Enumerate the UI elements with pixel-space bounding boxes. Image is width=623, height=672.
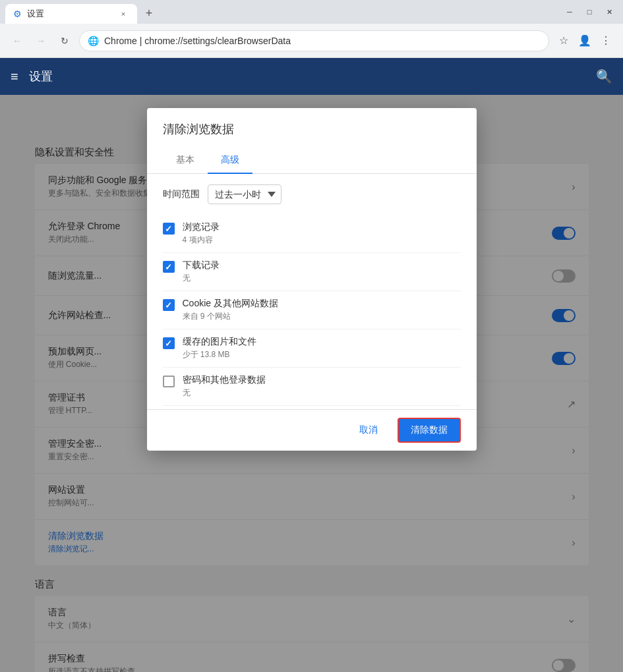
checkbox-item-cookies[interactable]: ✓ Cookie 及其他网站数据 来自 9 个网站 [163,291,461,329]
window-controls: ─ □ ✕ [561,5,618,18]
checkbox-passwords[interactable] [163,376,175,387]
dialog-overlay: 清除浏览数据 基本 高级 时间范围 过去一小时 过去24小时 过去7天 过 [0,95,623,672]
restore-button[interactable]: □ [581,5,598,18]
dialog-footer: 取消 清除数据 [147,409,477,451]
cancel-button[interactable]: 取消 [347,418,390,443]
address-bar: ← → ↻ 🌐 Chrome | chrome://settings/clear… [0,24,623,58]
cb-title: 下载记录 [183,260,461,271]
checkbox-item-downloads[interactable]: ✓ 下载记录 无 [163,253,461,291]
browser-tab[interactable]: ⚙ 设置 × [5,4,137,24]
close-button[interactable]: ✕ [601,5,618,18]
reload-button[interactable]: ↻ [55,32,74,50]
bar-actions: ☆ 👤 ⋮ [554,32,615,50]
minimize-button[interactable]: ─ [561,5,578,18]
cb-desc: 4 项内容 [183,235,461,246]
checkbox-downloads[interactable]: ✓ [163,261,175,273]
clear-data-button[interactable]: 清除数据 [398,418,461,443]
tab-close-button[interactable]: × [117,8,129,20]
checkbox-cache[interactable]: ✓ [163,337,175,349]
checkbox-item-cache[interactable]: ✓ 缓存的图片和文件 少于 13.8 MB [163,329,461,368]
forward-button[interactable]: → [32,32,50,50]
tab-advanced[interactable]: 高级 [208,148,252,174]
browser-window: ⚙ 设置 × + ─ □ ✕ ← → ↻ 🌐 Chrome | chrome:/… [0,0,623,672]
clear-browser-data-dialog: 清除浏览数据 基本 高级 时间范围 过去一小时 过去24小时 过去7天 过 [147,108,477,451]
checkmark-icon: ✓ [165,339,172,349]
bookmark-button[interactable]: ☆ [554,32,573,50]
url-bar[interactable]: 🌐 Chrome | chrome://settings/clearBrowse… [79,30,549,51]
time-range-select[interactable]: 过去一小时 过去24小时 过去7天 过去4周 全部时间 [208,184,282,204]
tab-title: 设置 [27,8,44,20]
checkbox-item-passwords[interactable]: 密码和其他登录数据 无 [163,368,461,406]
profile-button[interactable]: 👤 [576,32,594,50]
back-button[interactable]: ← [8,32,26,50]
checkbox-item-browsing[interactable]: ✓ 浏览记录 4 项内容 [163,215,461,253]
cb-desc: 无 [183,273,461,284]
checkbox-browsing[interactable]: ✓ [163,223,175,235]
checkmark-icon: ✓ [165,262,172,272]
cb-desc: 无 [183,387,461,399]
secure-icon: 🌐 [88,36,99,46]
cb-title: 缓存的图片和文件 [183,336,461,348]
time-range-label: 时间范围 [163,188,200,200]
title-bar: ⚙ 设置 × + ─ □ ✕ [0,0,623,24]
checkmark-icon: ✓ [165,224,172,234]
search-icon[interactable]: 🔍 [596,69,612,84]
dialog-title: 清除浏览数据 [147,108,477,148]
tab-settings-icon: ⚙ [13,9,22,19]
tab-basic[interactable]: 基本 [163,148,208,174]
settings-header: ≡ 设置 🔍 [0,58,623,95]
cb-title: Cookie 及其他网站数据 [183,298,461,310]
cb-title: 密码和其他登录数据 [183,374,461,386]
settings-content[interactable]: 高级 ▲ 隐私设置和安全性 同步功能和 Google 服务 更多与隐私、安全和数… [0,95,623,672]
checkbox-cookies[interactable]: ✓ [163,299,175,311]
cb-title: 浏览记录 [183,221,461,233]
time-range-row: 时间范围 过去一小时 过去24小时 过去7天 过去4周 全部时间 [163,184,461,204]
cb-desc: 来自 9 个网站 [183,311,461,322]
settings-page: ≡ 设置 🔍 高级 ▲ 隐私设置和安全性 同步功能和 Google 服务 [0,58,623,672]
hamburger-icon[interactable]: ≡ [11,69,18,84]
new-tab-button[interactable]: + [140,4,158,22]
dialog-body[interactable]: 时间范围 过去一小时 过去24小时 过去7天 过去4周 全部时间 [147,174,477,409]
settings-title: 设置 [29,69,53,84]
cb-desc: 少于 13.8 MB [183,349,461,360]
dialog-tabs: 基本 高级 [147,148,477,174]
checkmark-icon: ✓ [165,300,172,310]
menu-button[interactable]: ⋮ [597,32,615,50]
url-text: Chrome | chrome://settings/clearBrowserD… [104,36,291,46]
